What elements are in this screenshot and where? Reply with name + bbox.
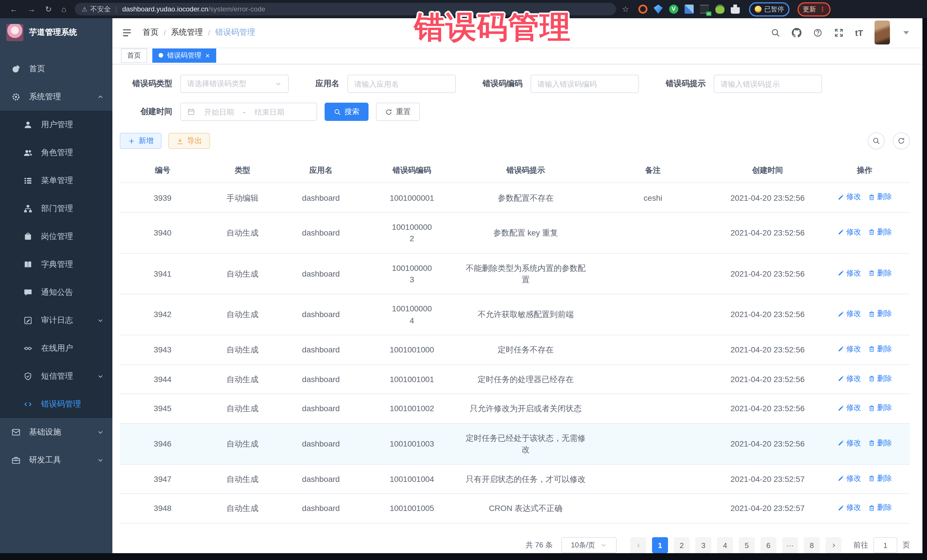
edit-link[interactable]: 修改 — [837, 344, 861, 355]
sidebar-item-error-code[interactable]: 错误码管理 — [0, 390, 112, 418]
reset-button[interactable]: 重置 — [376, 103, 420, 121]
table-row[interactable]: 3939手动编辑dashboard1001000001参数配置不存在ceshi2… — [120, 183, 910, 212]
goto-page-input[interactable] — [873, 537, 897, 553]
error-type-select[interactable]: 请选择错误码类型 — [180, 75, 289, 93]
sidebar-logo-row[interactable]: 芋道管理系统 — [0, 18, 112, 47]
breadcrumb-item[interactable]: 系统管理 — [171, 28, 203, 38]
page-button-3[interactable]: 3 — [695, 537, 711, 553]
end-date-input[interactable] — [249, 108, 290, 116]
chevron-down-icon[interactable] — [901, 28, 911, 38]
table-row[interactable]: 3947自动生成dashboard1001001004只有开启状态的任务，才可以… — [120, 464, 910, 493]
font-size-icon[interactable]: tT — [855, 28, 863, 38]
sidebar-item-role[interactable]: 角色管理 — [0, 138, 112, 167]
paused-extension-badge[interactable]: 已暂停 — [749, 2, 790, 16]
extension-gem-blue-icon[interactable] — [654, 5, 663, 14]
search-button[interactable]: 搜索 — [325, 103, 369, 121]
delete-link[interactable]: 删除 — [868, 473, 892, 484]
page-button-4[interactable]: 4 — [717, 537, 733, 553]
tab-error-code[interactable]: 错误码管理× — [152, 49, 216, 63]
sidebar-item-post[interactable]: 岗位管理 — [0, 222, 112, 250]
prev-page-button[interactable] — [631, 537, 646, 553]
browser-menu-dots-icon[interactable]: ⋮ — [819, 5, 826, 13]
error-msg-input[interactable] — [714, 75, 822, 93]
edit-link[interactable]: 修改 — [837, 268, 861, 279]
table-row[interactable]: 3942自动生成dashboard1001000004不允许获取敏感配置到前端2… — [120, 294, 910, 335]
extension-adblock-orange-icon[interactable] — [638, 5, 647, 14]
sidebar-item-home[interactable]: 首页 — [0, 55, 112, 83]
browser-forward-icon[interactable]: → — [27, 0, 35, 18]
help-icon[interactable] — [813, 28, 823, 38]
page-button-6[interactable]: 6 — [760, 537, 777, 553]
edit-link[interactable]: 修改 — [837, 473, 861, 484]
table-row[interactable]: 3944自动生成dashboard1001001001定时任务的处理器已经存在2… — [120, 364, 910, 394]
browser-home-icon[interactable]: ⌂ — [61, 0, 66, 18]
tab-home[interactable]: 首页 — [121, 49, 147, 63]
avatar[interactable] — [874, 21, 890, 45]
sidebar-item-sms[interactable]: 短信管理 — [0, 362, 112, 390]
sidebar-item-menu[interactable]: 菜单管理 — [0, 167, 112, 194]
edit-link[interactable]: 修改 — [837, 227, 861, 238]
table-row[interactable]: 3940自动生成dashboard1001000002参数配置 key 重复20… — [120, 212, 910, 253]
edit-link[interactable]: 修改 — [837, 192, 861, 203]
edit-link[interactable]: 修改 — [837, 503, 861, 513]
delete-link[interactable]: 删除 — [868, 308, 892, 319]
page-ellipsis[interactable]: ··· — [782, 537, 798, 553]
extension-spy-green-icon[interactable] — [715, 5, 725, 14]
table-row[interactable]: 3948自动生成dashboard1001001005CRON 表达式不正确20… — [120, 494, 910, 523]
bookmark-star-icon[interactable]: ☆ — [622, 5, 629, 14]
browser-back-icon[interactable]: ← — [10, 0, 18, 18]
sidebar-item-devtools[interactable]: 研发工具 — [0, 446, 112, 474]
browser-reload-icon[interactable]: ↻ — [45, 0, 52, 18]
delete-link[interactable]: 删除 — [868, 268, 892, 279]
edit-link[interactable]: 修改 — [837, 403, 861, 414]
extension-list-dark-on-icon[interactable]: on — [700, 5, 709, 14]
delete-link[interactable]: 删除 — [868, 227, 892, 238]
start-date-input[interactable] — [199, 108, 240, 116]
sidebar-item-dept[interactable]: 部门管理 — [0, 194, 112, 222]
delete-link[interactable]: 删除 — [868, 344, 892, 355]
export-button[interactable]: 导出 — [168, 133, 210, 149]
delete-link[interactable]: 删除 — [868, 503, 892, 513]
page-button-2[interactable]: 2 — [674, 537, 690, 553]
sidebar-item-system[interactable]: 系统管理 — [0, 83, 112, 111]
extension-grid-blue-icon[interactable] — [685, 5, 694, 14]
table-row[interactable]: 3943自动生成dashboard1001001000定时任务不存在2021-0… — [120, 335, 910, 364]
refresh-table-button[interactable] — [893, 133, 910, 150]
fullscreen-icon[interactable] — [834, 28, 844, 38]
delete-link[interactable]: 删除 — [868, 192, 892, 203]
tab-close-icon[interactable]: × — [205, 52, 210, 59]
delete-link[interactable]: 删除 — [868, 403, 892, 414]
page-size-select[interactable]: 10条/页 — [561, 537, 617, 553]
search-icon[interactable] — [771, 28, 780, 38]
emoji-face-icon — [755, 6, 761, 12]
extension-check-green-icon[interactable]: V — [669, 5, 678, 14]
browser-update-button[interactable]: 更新 ⋮ — [798, 2, 831, 16]
hamburger-icon[interactable] — [122, 27, 132, 38]
date-range-picker[interactable]: - — [180, 103, 317, 121]
app-name-input[interactable] — [347, 75, 456, 93]
delete-link[interactable]: 删除 — [868, 373, 892, 384]
edit-link[interactable]: 修改 — [837, 373, 861, 384]
edit-link[interactable]: 修改 — [837, 308, 861, 319]
page-button-1[interactable]: 1 — [652, 537, 668, 553]
table-row[interactable]: 3946自动生成dashboard1001001003定时任务已经处于该状态，无… — [120, 423, 910, 464]
github-icon[interactable] — [792, 28, 801, 38]
sidebar-item-infra[interactable]: 基础设施 — [0, 418, 112, 446]
sidebar-item-dict[interactable]: 字典管理 — [0, 250, 112, 278]
edit-link[interactable]: 修改 — [837, 438, 861, 449]
extension-puzzle-gray-icon[interactable] — [731, 5, 740, 14]
table-row[interactable]: 3945自动生成dashboard1001001002只允许修改为开启或者关闭状… — [120, 394, 910, 423]
sidebar-item-notice[interactable]: 通知公告 — [0, 278, 112, 306]
sidebar-item-online-user[interactable]: 在线用户 — [0, 334, 112, 362]
page-button-5[interactable]: 5 — [739, 537, 755, 553]
page-button-8[interactable]: 8 — [804, 537, 820, 553]
delete-link[interactable]: 删除 — [868, 438, 892, 449]
add-button[interactable]: 新增 — [120, 133, 161, 149]
error-code-input[interactable] — [530, 75, 639, 93]
sidebar-item-audit-log[interactable]: 审计日志 — [0, 306, 112, 334]
next-page-button[interactable] — [825, 537, 842, 553]
breadcrumb-item[interactable]: 首页 — [143, 28, 159, 38]
show-search-button[interactable] — [868, 133, 885, 150]
sidebar-item-user[interactable]: 用户管理 — [0, 111, 112, 138]
table-row[interactable]: 3941自动生成dashboard1001000003不能删除类型为系统内置的参… — [120, 253, 910, 294]
